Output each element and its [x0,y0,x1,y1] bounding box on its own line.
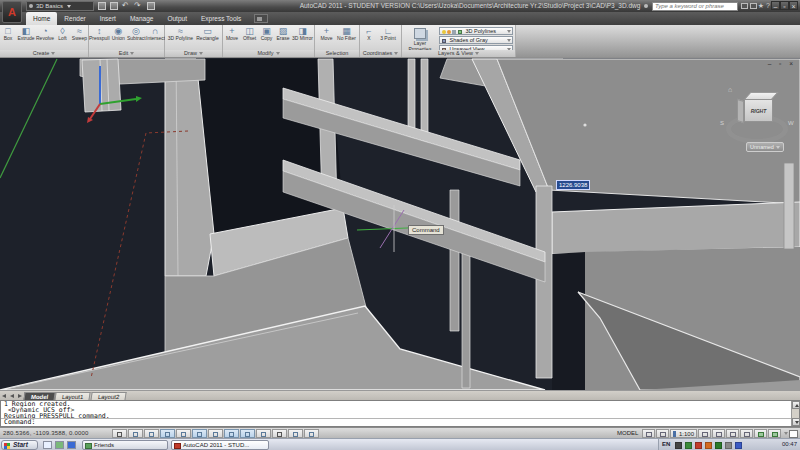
tray-icon[interactable] [685,442,692,449]
tab-manage[interactable]: Manage [123,12,161,25]
first-layout-arrow[interactable] [2,394,6,398]
subscription-icon[interactable] [741,3,748,9]
drawing-viewport[interactable]: – ▫ × 1226.9038 Command ⌂ RIGHT S E W Un… [0,58,800,390]
compass-south-label[interactable]: S [720,120,724,126]
tool-rectangle[interactable]: ▭ Rectangle [195,26,220,50]
clean-screen-button[interactable] [789,430,798,438]
workspace-dropdown[interactable]: 3D Basics [26,1,94,11]
communication-center-icon[interactable] [750,3,757,9]
layer-dropdown[interactable]: 3D Polylines [439,27,513,35]
panel-label-layers-view[interactable]: Layers & View [402,50,515,57]
tray-icon[interactable] [715,442,722,449]
tray-icon[interactable] [735,442,742,449]
toolbar-lock-icon[interactable] [740,429,753,438]
compass-west-label[interactable]: W [788,120,794,126]
command-prompt[interactable]: Command: [1,418,793,426]
tab-render[interactable]: Render [57,12,92,25]
osnap-toggle[interactable] [192,429,207,438]
search-input[interactable] [652,2,738,11]
infer-constraints-toggle[interactable] [112,429,127,438]
drawing-window-controls[interactable]: – ▫ × [768,60,796,67]
tool-move[interactable]: + Move [224,26,240,50]
polar-toggle[interactable] [176,429,191,438]
quicklaunch-media-icon[interactable] [55,441,64,449]
save-icon[interactable] [110,2,118,10]
tab-home[interactable]: Home [26,12,57,25]
tool-presspull[interactable]: ↕ Presspull [89,26,110,50]
tab-output[interactable]: Output [160,12,194,25]
tool-3-point[interactable]: ∟ 3 Point [377,26,399,50]
annotation-visibility-icon[interactable] [698,429,711,438]
plot-icon[interactable] [147,2,155,10]
undo-icon[interactable]: ↶ [122,0,129,12]
panel-label-draw[interactable]: Draw [165,50,222,57]
quicklaunch-desktop-icon[interactable] [43,441,52,449]
tool-extrude[interactable]: ◧ Extrude [17,26,35,50]
quick-view-drawings-icon[interactable] [656,429,669,438]
ortho-toggle[interactable] [160,429,175,438]
tool-erase[interactable]: ▨ Erase [275,26,291,50]
tray-icon[interactable] [695,442,702,449]
snap-toggle[interactable] [128,429,143,438]
close-button[interactable]: × [789,1,798,10]
panel-label-coordinates[interactable]: Coordinates [360,50,401,57]
language-indicator[interactable]: EN [662,441,670,447]
lineweight-toggle[interactable] [272,429,287,438]
panel-label-selection[interactable]: Selection [315,50,359,57]
quick-view-layouts-icon[interactable] [642,429,655,438]
isolate-objects-icon[interactable] [768,429,781,438]
tool-revolve[interactable]: ◔ Revolve [36,26,54,50]
model-space-button[interactable]: MODEL [614,429,641,438]
ducs-toggle[interactable] [240,429,255,438]
task-friends[interactable]: Friends [82,440,168,450]
tray-icon[interactable] [725,442,732,449]
tool-box[interactable]: □ Box [0,26,16,50]
viewcube-right-face[interactable]: RIGHT [744,99,773,122]
dynamic-input-field[interactable]: 1226.9038 [556,180,590,190]
redo-icon[interactable]: ↷ [134,0,141,12]
tool-sweep[interactable]: ≈ Sweep [71,26,88,50]
tool-subtract[interactable]: ◎ Subtract [127,26,145,50]
panel-label-edit[interactable]: Edit [89,50,164,57]
tool-union[interactable]: ◉ Union [111,26,126,50]
tool-selection-move[interactable]: + Move [318,26,336,50]
status-menu-caret[interactable] [784,432,788,435]
layer-properties-button[interactable]: Layer Properties [402,26,438,50]
tray-icon[interactable] [705,442,712,449]
start-button[interactable]: Start [1,440,38,450]
scroll-down-icon[interactable] [792,418,800,426]
tab-insert[interactable]: Insert [93,12,123,25]
tool-offset[interactable]: ◫ Offset [241,26,258,50]
grid-toggle[interactable] [144,429,159,438]
otrack-toggle[interactable] [224,429,239,438]
tool-3d-polyline[interactable]: ≈ 3D Polyline [167,26,194,50]
panel-label-create[interactable]: Create [0,50,88,57]
command-line-window[interactable]: 1 Region created. <Dynamic UCS off> Resu… [0,400,800,427]
tool-intersect[interactable]: ∩ Intersect [146,26,164,50]
open-icon[interactable] [98,2,106,10]
tool-3d-mirror[interactable]: ◨ 3D Mirror [292,26,313,50]
tool-x[interactable]: ⌐ X [362,26,376,50]
taskbar-clock[interactable]: 00:47 [782,441,797,447]
panel-label-modify[interactable]: Modify [223,50,314,57]
scroll-up-icon[interactable] [792,401,800,409]
task-autocad[interactable]: AutoCAD 2011 - STUD... [171,440,269,450]
osnap-3d-toggle[interactable] [208,429,223,438]
command-scrollbar[interactable] [791,401,799,426]
ribbon-minimize-button[interactable] [254,14,268,23]
tool-copy[interactable]: ▣ Copy [259,26,274,50]
quicklaunch-browser-icon[interactable] [67,441,76,449]
visual-style-dropdown[interactable]: Shades of Gray [439,36,513,44]
hardware-acceleration-icon[interactable] [754,429,767,438]
tab-express-tools[interactable]: Express Tools [194,12,248,25]
auto-annotate-icon[interactable] [712,429,725,438]
tool-no-filter[interactable]: ▦ No Filter [337,26,357,50]
quick-properties-toggle[interactable] [304,429,319,438]
dynamic-input-toggle[interactable] [256,429,271,438]
coordinate-display[interactable]: 280.5366, -1109.3588, 0.0000 [3,430,89,436]
prev-layout-arrow[interactable] [10,394,14,398]
viewcube-left-face[interactable] [737,99,744,123]
minimize-button[interactable]: – [771,1,780,10]
annotation-scale-button[interactable]: 1:100 [670,429,697,438]
tool-loft[interactable]: ◊ Loft [55,26,70,50]
